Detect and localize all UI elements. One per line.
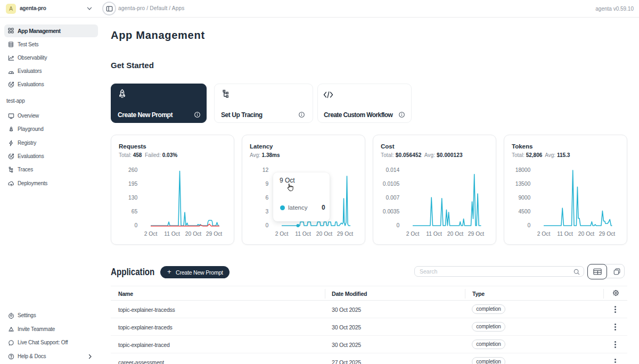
svg-text:2 Oct: 2 Oct: [144, 231, 158, 237]
svg-text:29 Oct: 29 Oct: [206, 231, 222, 237]
svg-text:11 Oct: 11 Oct: [295, 231, 311, 237]
svg-text:20 Oct: 20 Oct: [316, 231, 332, 237]
svg-text:18000: 18000: [515, 167, 531, 173]
svg-text:29 Oct: 29 Oct: [468, 231, 484, 237]
svg-text:6: 6: [266, 195, 269, 201]
svg-text:11 Oct: 11 Oct: [426, 231, 442, 237]
svg-text:130: 130: [128, 195, 137, 201]
svg-text:13500: 13500: [515, 181, 531, 187]
svg-text:12: 12: [263, 167, 269, 173]
svg-text:20 Oct: 20 Oct: [578, 231, 594, 237]
svg-text:0.0105: 0.0105: [383, 181, 400, 187]
svg-text:29 Oct: 29 Oct: [599, 231, 615, 237]
svg-text:29 Oct: 29 Oct: [337, 231, 353, 237]
svg-text:2 Oct: 2 Oct: [406, 231, 420, 237]
svg-text:0.0035: 0.0035: [383, 209, 400, 214]
svg-text:195: 195: [128, 181, 137, 187]
svg-text:11 Oct: 11 Oct: [557, 231, 573, 237]
svg-text:0: 0: [528, 222, 531, 228]
svg-text:0: 0: [135, 222, 138, 228]
svg-text:9: 9: [266, 181, 269, 187]
svg-text:65: 65: [132, 209, 138, 214]
svg-text:20 Oct: 20 Oct: [447, 231, 463, 237]
svg-text:20 Oct: 20 Oct: [185, 231, 201, 237]
svg-text:3: 3: [266, 209, 269, 214]
svg-text:2 Oct: 2 Oct: [275, 231, 289, 237]
svg-text:11 Oct: 11 Oct: [164, 231, 180, 237]
svg-text:0: 0: [266, 222, 269, 228]
svg-text:9000: 9000: [518, 195, 530, 201]
svg-text:4500: 4500: [518, 209, 530, 214]
svg-text:0: 0: [397, 222, 400, 228]
svg-text:2 Oct: 2 Oct: [537, 231, 551, 237]
svg-text:0.007: 0.007: [386, 195, 400, 201]
svg-text:260: 260: [128, 167, 137, 173]
svg-text:0.014: 0.014: [386, 167, 400, 173]
